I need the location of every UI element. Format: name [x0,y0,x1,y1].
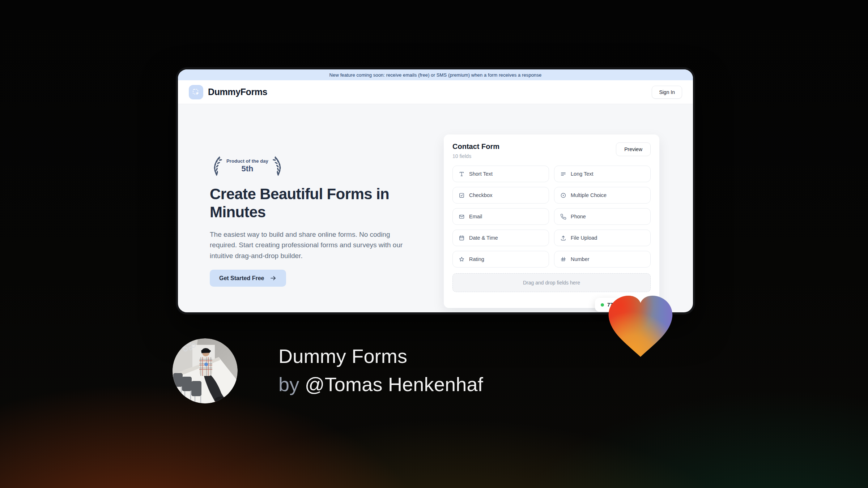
field-button-number[interactable]: Number [554,251,651,267]
page-content: Product of the day 5th [178,104,693,314]
heart-icon [604,291,677,359]
app-logo[interactable] [189,85,203,99]
field-label: Phone [571,214,586,219]
award-title: Product of the day [226,158,268,164]
product-of-the-day-badge: Product of the day 5th [210,155,421,177]
field-label: Number [571,256,590,262]
sign-in-button[interactable]: Sign In [652,86,682,99]
hero-description: The easiest way to build and share onlin… [210,229,415,261]
caption-line2: by @Tomas Henkenhaf [278,370,483,398]
field-grid: Short Text Long Text Checkbox [452,166,651,267]
form-builder-cursor-icon [192,88,200,97]
field-count: 10 fields [452,153,499,159]
phone-icon [560,214,566,220]
hero-title: Create Beautiful Forms in Minutes [210,185,421,222]
field-label: File Upload [571,235,597,241]
field-label: Short Text [469,171,493,177]
field-label: Date & Time [469,235,498,241]
field-button-phone[interactable]: Phone [554,208,651,225]
caption-by: by [278,373,299,395]
card-header: Contact Form 10 fields Preview [452,142,651,159]
form-title: Contact Form [452,142,499,151]
field-button-short-text[interactable]: Short Text [452,166,549,182]
field-button-rating[interactable]: Rating [452,251,549,267]
upload-icon [560,235,566,241]
field-label: Checkbox [469,192,492,198]
long-text-icon [560,171,566,177]
field-label: Multiple Choice [571,192,607,198]
get-started-button[interactable]: Get Started Free [210,270,286,287]
award-text: Product of the day 5th [226,158,269,174]
promo-caption: Dummy Forms by @Tomas Henkenhaf [278,342,483,399]
email-icon [459,214,465,220]
arrow-right-icon [270,275,277,282]
hero-section: Product of the day 5th [210,155,421,287]
short-text-icon [459,171,465,177]
announcement-banner[interactable]: New feature coming soon: receive emails … [178,69,693,80]
field-button-multiple-choice[interactable]: Multiple Choice [554,187,651,204]
field-button-file-upload[interactable]: File Upload [554,230,651,246]
caption-author: @Tomas Henkenhaf [305,373,483,395]
dropzone-text: Drag and drop fields here [523,280,580,286]
laurel-right-icon [272,155,285,177]
preview-button[interactable]: Preview [616,142,651,156]
promo-stage: New feature coming soon: receive emails … [0,0,868,488]
field-button-date-time[interactable]: Date & Time [452,230,549,246]
checkbox-icon [459,192,465,198]
brand-name: DummyForms [208,87,267,97]
form-builder-card: Contact Form 10 fields Preview Short Tex… [444,134,659,308]
caption-line1: Dummy Forms [278,342,483,370]
multiple-choice-icon [560,192,566,198]
field-button-checkbox[interactable]: Checkbox [452,187,549,204]
field-button-email[interactable]: Email [452,208,549,225]
announcement-text: New feature coming soon: receive emails … [329,72,542,78]
get-started-label: Get Started Free [219,275,264,282]
award-rank: 5th [226,164,268,174]
author-avatar [173,338,238,403]
card-header-text: Contact Form 10 fields [452,142,499,159]
field-label: Long Text [571,171,593,177]
star-icon [459,256,465,262]
field-dropzone[interactable]: Drag and drop fields here [452,273,651,292]
app-header: DummyForms Sign In [178,80,693,104]
live-dot-icon [601,303,604,307]
browser-window: New feature coming soon: receive emails … [176,68,695,314]
field-button-long-text[interactable]: Long Text [554,166,651,182]
hash-icon [560,256,566,262]
laurel-left-icon [210,155,223,177]
field-label: Email [469,214,482,219]
calendar-icon [459,235,465,241]
field-label: Rating [469,256,484,262]
